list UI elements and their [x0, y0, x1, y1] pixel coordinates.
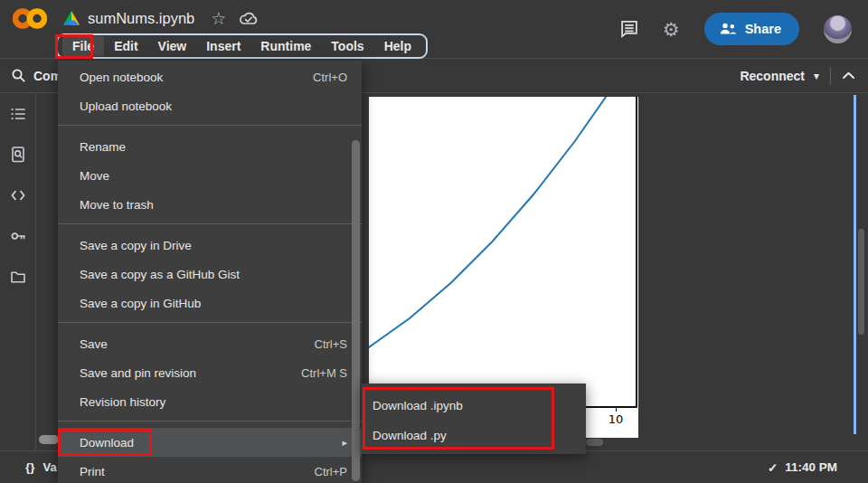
collapse-chevron-up-icon[interactable]: [842, 71, 855, 80]
files-folder-icon[interactable]: [10, 269, 26, 285]
colab-window: sumNums.ipynb ☆ ⚙: [0, 0, 868, 483]
vertical-scrollbar-thumb[interactable]: [858, 229, 864, 335]
menu-item-move-to-trash[interactable]: Move to trash: [58, 190, 362, 219]
toolbar-separator: [830, 67, 831, 85]
plot-line: [369, 97, 616, 406]
menu-item-label: Save: [80, 337, 108, 351]
save-time: 11:40 PM: [785, 460, 837, 474]
menu-item-label: Rename: [80, 140, 126, 154]
menubar-view[interactable]: View: [148, 36, 197, 56]
plot-x-tick-label: 10: [606, 412, 626, 426]
check-icon: ✓: [768, 460, 778, 475]
submenu-item-download-py[interactable]: Download .py: [362, 421, 586, 450]
menu-divider: [58, 125, 362, 126]
plot-right-spine: [636, 97, 637, 407]
menu-item-shortcut: Ctrl+P: [315, 465, 347, 478]
menubar-insert[interactable]: Insert: [196, 36, 250, 56]
notebook-title[interactable]: sumNums.ipynb: [88, 10, 194, 27]
variables-inspector[interactable]: {} Va: [25, 460, 57, 474]
variables-label: Va: [43, 460, 57, 474]
horizontal-scrollbar-thumb-right[interactable]: [586, 439, 603, 446]
cell-focus-indicator: [854, 95, 856, 434]
menu-item-save-copy-gist[interactable]: Save a copy as a GitHub Gist: [58, 260, 362, 289]
horizontal-scrollbar-thumb-left[interactable]: [39, 435, 59, 444]
menu-item-save-pin-revision[interactable]: Save and pin revision Ctrl+M S: [58, 358, 362, 387]
menu-item-upload-notebook[interactable]: Upload notebook: [58, 91, 362, 120]
menu-item-label: Save a copy as a GitHub Gist: [80, 268, 240, 281]
plot-x-tick: [616, 408, 618, 412]
menu-item-rename[interactable]: Rename: [58, 132, 362, 161]
reconnect-button[interactable]: Reconnect: [740, 69, 805, 83]
braces-icon: {}: [25, 460, 35, 474]
menu-item-label: Save a copy in GitHub: [80, 297, 201, 310]
header-right: ⚙ Share: [620, 0, 868, 58]
menu-item-label: Save a copy in Drive: [80, 239, 192, 252]
submenu-item-download-ipynb[interactable]: Download .ipynb: [362, 391, 586, 421]
menu-item-save-copy-drive[interactable]: Save a copy in Drive: [58, 231, 362, 260]
menubar: File Edit View Insert Runtime Tools Help: [56, 33, 428, 59]
menu-item-label: Upload notebook: [80, 99, 172, 113]
secrets-key-icon[interactable]: [10, 228, 26, 244]
menu-item-save-copy-github[interactable]: Save a copy in GitHub: [58, 289, 362, 317]
file-menu: Open notebook Ctrl+O Upload notebook Ren…: [58, 61, 362, 483]
search-icon: [11, 68, 26, 83]
submenu-arrow-icon: ▸: [342, 437, 347, 449]
comments-icon[interactable]: [620, 20, 638, 38]
people-icon: [719, 23, 737, 35]
colab-logo-icon: [13, 6, 47, 31]
menu-item-shortcut: Ctrl+S: [315, 337, 347, 351]
reconnect-caret-icon[interactable]: ▾: [814, 70, 819, 82]
menu-item-print[interactable]: Print Ctrl+P: [58, 457, 362, 483]
menu-item-label: Revision history: [80, 395, 165, 409]
menubar-tools[interactable]: Tools: [321, 36, 373, 56]
menu-scrollbar-thumb[interactable]: [352, 140, 360, 481]
table-of-contents-icon[interactable]: [10, 106, 26, 122]
menu-item-label: Download: [80, 436, 134, 450]
menu-divider: [58, 223, 362, 224]
menu-item-save[interactable]: Save Ctrl+S: [58, 329, 362, 358]
find-replace-icon[interactable]: [10, 147, 26, 163]
share-button[interactable]: Share: [704, 13, 799, 45]
left-sidebar: [0, 93, 36, 450]
menu-item-revision-history[interactable]: Revision history: [58, 387, 362, 416]
menubar-help[interactable]: Help: [374, 36, 421, 56]
menu-item-label: Print: [80, 465, 105, 478]
cloud-saved-icon: [239, 11, 259, 26]
menu-item-label: Save and pin revision: [80, 366, 196, 380]
menu-item-label: Open notebook: [80, 71, 163, 84]
menu-item-shortcut: Ctrl+M S: [301, 366, 347, 380]
menu-item-open-notebook[interactable]: Open notebook Ctrl+O: [58, 62, 362, 91]
download-submenu: Download .ipynb Download .py: [362, 384, 586, 454]
menu-item-label: Move to trash: [80, 198, 154, 212]
menubar-file[interactable]: File: [62, 36, 104, 56]
menubar-edit[interactable]: Edit: [104, 36, 147, 56]
user-avatar[interactable]: [824, 15, 852, 43]
share-button-label: Share: [745, 22, 781, 36]
settings-gear-icon[interactable]: ⚙: [663, 20, 680, 39]
drive-icon: [63, 11, 80, 25]
star-icon[interactable]: ☆: [211, 10, 226, 27]
menu-item-download[interactable]: Download ▸: [58, 428, 362, 457]
code-snippets-icon[interactable]: [10, 187, 26, 204]
menu-item-shortcut: Ctrl+O: [313, 71, 347, 84]
menu-item-label: Move: [80, 169, 109, 183]
menubar-runtime[interactable]: Runtime: [250, 36, 321, 56]
connection-controls: Reconnect ▾: [740, 67, 855, 85]
save-status[interactable]: ✓ 11:40 PM: [768, 460, 837, 475]
menu-item-move[interactable]: Move: [58, 161, 362, 190]
menu-divider: [58, 421, 362, 421]
menu-divider: [58, 322, 362, 323]
